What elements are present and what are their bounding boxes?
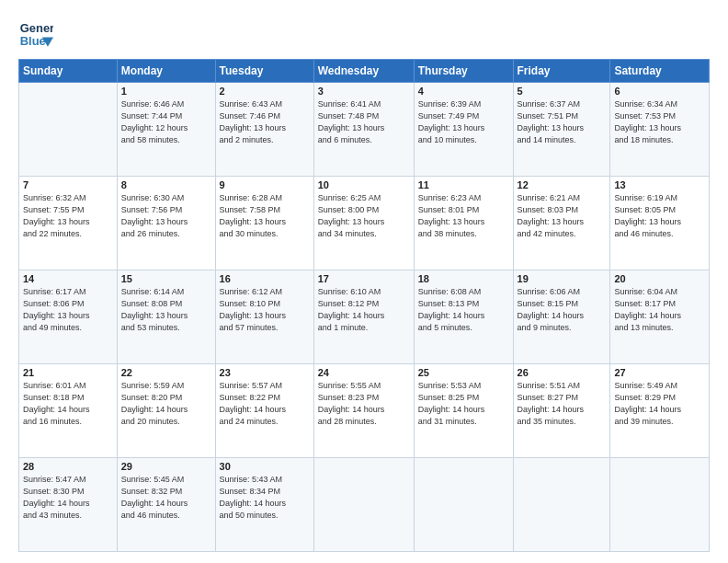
day-number: 3 [318, 86, 410, 97]
calendar-page: General Blue SundayMondayTuesdayWednesda… [0, 0, 728, 563]
day-info: Sunrise: 6:01 AM Sunset: 8:18 PM Dayligh… [23, 380, 113, 428]
day-info: Sunrise: 5:47 AM Sunset: 8:30 PM Dayligh… [23, 474, 113, 522]
calendar-cell: 22Sunrise: 5:59 AM Sunset: 8:20 PM Dayli… [117, 364, 215, 458]
day-number: 15 [121, 273, 211, 284]
calendar-cell: 5Sunrise: 6:37 AM Sunset: 7:51 PM Daylig… [513, 83, 610, 177]
day-info: Sunrise: 5:51 AM Sunset: 8:27 PM Dayligh… [518, 380, 607, 428]
day-number: 2 [220, 86, 310, 97]
day-info: Sunrise: 6:41 AM Sunset: 7:48 PM Dayligh… [318, 98, 410, 146]
day-info: Sunrise: 5:53 AM Sunset: 8:25 PM Dayligh… [418, 380, 509, 428]
calendar-cell: 21Sunrise: 6:01 AM Sunset: 8:18 PM Dayli… [19, 364, 118, 458]
day-number: 26 [518, 367, 607, 378]
day-number: 28 [23, 461, 113, 472]
calendar-cell: 4Sunrise: 6:39 AM Sunset: 7:49 PM Daylig… [414, 83, 513, 177]
calendar-table: SundayMondayTuesdayWednesdayThursdayFrid… [18, 59, 710, 552]
day-info: Sunrise: 6:39 AM Sunset: 7:49 PM Dayligh… [418, 98, 509, 146]
calendar-cell: 7Sunrise: 6:32 AM Sunset: 7:55 PM Daylig… [19, 177, 118, 270]
calendar-cell: 17Sunrise: 6:10 AM Sunset: 8:12 PM Dayli… [313, 270, 414, 364]
day-number: 22 [121, 367, 211, 378]
day-number: 8 [121, 179, 211, 190]
day-info: Sunrise: 6:28 AM Sunset: 7:58 PM Dayligh… [220, 192, 310, 240]
col-header-wednesday: Wednesday [313, 60, 414, 83]
week-row-5: 28Sunrise: 5:47 AM Sunset: 8:30 PM Dayli… [19, 458, 710, 552]
day-number: 21 [23, 367, 113, 378]
svg-text:Blue: Blue [20, 34, 46, 48]
day-info: Sunrise: 6:12 AM Sunset: 8:10 PM Dayligh… [220, 286, 310, 334]
week-row-3: 14Sunrise: 6:17 AM Sunset: 8:06 PM Dayli… [19, 270, 710, 364]
day-number: 14 [23, 273, 113, 284]
day-number: 17 [318, 273, 410, 284]
day-info: Sunrise: 6:08 AM Sunset: 8:13 PM Dayligh… [418, 286, 509, 334]
day-info: Sunrise: 6:37 AM Sunset: 7:51 PM Dayligh… [518, 98, 607, 146]
calendar-cell: 3Sunrise: 6:41 AM Sunset: 7:48 PM Daylig… [313, 83, 414, 177]
day-info: Sunrise: 6:34 AM Sunset: 7:53 PM Dayligh… [614, 98, 705, 146]
calendar-cell: 11Sunrise: 6:23 AM Sunset: 8:01 PM Dayli… [414, 177, 513, 270]
day-number: 27 [614, 367, 705, 378]
day-info: Sunrise: 5:55 AM Sunset: 8:23 PM Dayligh… [318, 380, 410, 428]
day-number: 19 [518, 273, 607, 284]
day-info: Sunrise: 6:06 AM Sunset: 8:15 PM Dayligh… [518, 286, 607, 334]
calendar-cell [610, 458, 710, 552]
calendar-cell: 14Sunrise: 6:17 AM Sunset: 8:06 PM Dayli… [19, 270, 118, 364]
calendar-cell: 9Sunrise: 6:28 AM Sunset: 7:58 PM Daylig… [215, 177, 313, 270]
calendar-cell: 19Sunrise: 6:06 AM Sunset: 8:15 PM Dayli… [513, 270, 610, 364]
calendar-cell: 18Sunrise: 6:08 AM Sunset: 8:13 PM Dayli… [414, 270, 513, 364]
logo: General Blue [18, 17, 55, 52]
calendar-cell: 23Sunrise: 5:57 AM Sunset: 8:22 PM Dayli… [215, 364, 313, 458]
col-header-tuesday: Tuesday [215, 60, 313, 83]
calendar-cell: 29Sunrise: 5:45 AM Sunset: 8:32 PM Dayli… [117, 458, 215, 552]
calendar-header-row: SundayMondayTuesdayWednesdayThursdayFrid… [19, 60, 710, 83]
day-number: 18 [418, 273, 509, 284]
day-number: 12 [518, 179, 607, 190]
day-info: Sunrise: 5:59 AM Sunset: 8:20 PM Dayligh… [121, 380, 211, 428]
calendar-cell: 15Sunrise: 6:14 AM Sunset: 8:08 PM Dayli… [117, 270, 215, 364]
day-info: Sunrise: 5:57 AM Sunset: 8:22 PM Dayligh… [220, 380, 310, 428]
calendar-cell: 10Sunrise: 6:25 AM Sunset: 8:00 PM Dayli… [313, 177, 414, 270]
day-info: Sunrise: 6:10 AM Sunset: 8:12 PM Dayligh… [318, 286, 410, 334]
calendar-cell: 16Sunrise: 6:12 AM Sunset: 8:10 PM Dayli… [215, 270, 313, 364]
calendar-cell: 25Sunrise: 5:53 AM Sunset: 8:25 PM Dayli… [414, 364, 513, 458]
calendar-cell: 20Sunrise: 6:04 AM Sunset: 8:17 PM Dayli… [610, 270, 710, 364]
week-row-4: 21Sunrise: 6:01 AM Sunset: 8:18 PM Dayli… [19, 364, 710, 458]
day-info: Sunrise: 6:19 AM Sunset: 8:05 PM Dayligh… [614, 192, 705, 240]
day-info: Sunrise: 6:30 AM Sunset: 7:56 PM Dayligh… [121, 192, 211, 240]
day-number: 4 [418, 86, 509, 97]
calendar-cell: 28Sunrise: 5:47 AM Sunset: 8:30 PM Dayli… [19, 458, 118, 552]
calendar-cell: 27Sunrise: 5:49 AM Sunset: 8:29 PM Dayli… [610, 364, 710, 458]
calendar-cell [19, 83, 118, 177]
calendar-cell: 26Sunrise: 5:51 AM Sunset: 8:27 PM Dayli… [513, 364, 610, 458]
day-info: Sunrise: 6:04 AM Sunset: 8:17 PM Dayligh… [614, 286, 705, 334]
day-number: 23 [220, 367, 310, 378]
col-header-thursday: Thursday [414, 60, 513, 83]
day-info: Sunrise: 6:17 AM Sunset: 8:06 PM Dayligh… [23, 286, 113, 334]
col-header-friday: Friday [513, 60, 610, 83]
day-number: 24 [318, 367, 410, 378]
calendar-cell: 24Sunrise: 5:55 AM Sunset: 8:23 PM Dayli… [313, 364, 414, 458]
day-number: 13 [614, 179, 705, 190]
col-header-monday: Monday [117, 60, 215, 83]
calendar-cell: 6Sunrise: 6:34 AM Sunset: 7:53 PM Daylig… [610, 83, 710, 177]
day-number: 16 [220, 273, 310, 284]
day-number: 6 [614, 86, 705, 97]
day-info: Sunrise: 5:45 AM Sunset: 8:32 PM Dayligh… [121, 474, 211, 522]
day-number: 30 [220, 461, 310, 472]
calendar-cell [313, 458, 414, 552]
day-number: 1 [121, 86, 211, 97]
calendar-cell: 1Sunrise: 6:46 AM Sunset: 7:44 PM Daylig… [117, 83, 215, 177]
calendar-cell: 12Sunrise: 6:21 AM Sunset: 8:03 PM Dayli… [513, 177, 610, 270]
header: General Blue [18, 17, 710, 52]
week-row-1: 1Sunrise: 6:46 AM Sunset: 7:44 PM Daylig… [19, 83, 710, 177]
day-number: 11 [418, 179, 509, 190]
col-header-sunday: Sunday [19, 60, 118, 83]
logo-icon: General Blue [18, 17, 53, 52]
col-header-saturday: Saturday [610, 60, 710, 83]
day-number: 5 [518, 86, 607, 97]
week-row-2: 7Sunrise: 6:32 AM Sunset: 7:55 PM Daylig… [19, 177, 710, 270]
svg-text:General: General [20, 21, 53, 35]
calendar-cell: 2Sunrise: 6:43 AM Sunset: 7:46 PM Daylig… [215, 83, 313, 177]
day-info: Sunrise: 6:25 AM Sunset: 8:00 PM Dayligh… [318, 192, 410, 240]
day-info: Sunrise: 6:46 AM Sunset: 7:44 PM Dayligh… [121, 98, 211, 146]
day-number: 25 [418, 367, 509, 378]
day-info: Sunrise: 6:14 AM Sunset: 8:08 PM Dayligh… [121, 286, 211, 334]
day-info: Sunrise: 6:21 AM Sunset: 8:03 PM Dayligh… [518, 192, 607, 240]
